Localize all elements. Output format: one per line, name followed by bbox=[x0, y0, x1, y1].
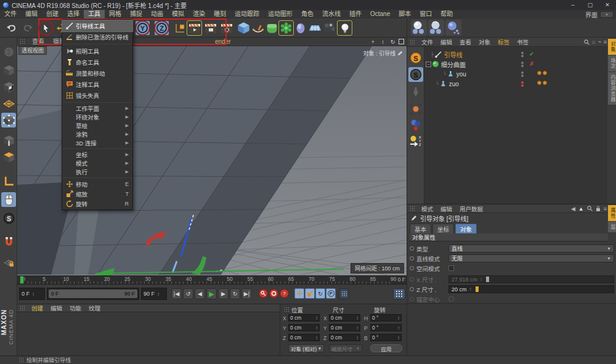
viewport-menu-view[interactable]: 查看 bbox=[28, 38, 49, 46]
timeline-playhead[interactable] bbox=[20, 276, 24, 284]
menu-item-modes[interactable]: 模式▶ bbox=[62, 159, 132, 168]
points-mode-button[interactable] bbox=[1, 113, 16, 127]
keyframe-selection-button[interactable]: ? bbox=[280, 289, 289, 298]
make-editable-button[interactable] bbox=[1, 44, 16, 59]
line-mode-dropdown[interactable]: 无限▼ bbox=[448, 254, 614, 262]
spline-pen-button[interactable] bbox=[250, 20, 265, 36]
apply-button[interactable]: 应用 bbox=[370, 344, 402, 352]
simulation-spheres-icon[interactable] bbox=[411, 20, 427, 36]
record-keyframe-button[interactable] bbox=[259, 289, 268, 298]
view-name-label[interactable]: 透视视图 bbox=[18, 46, 47, 55]
snap-bone-icon[interactable] bbox=[408, 85, 423, 100]
menubar-item[interactable]: 捕捉 bbox=[126, 10, 147, 18]
subdivision-surface-button[interactable] bbox=[264, 20, 280, 36]
menubar-item[interactable]: 渲染 bbox=[188, 10, 209, 18]
key-scale-toggle[interactable] bbox=[305, 288, 315, 299]
lock-icon[interactable] bbox=[596, 206, 601, 212]
panel-menu-icon[interactable] bbox=[410, 39, 415, 45]
menu-item-rotate[interactable]: 旋转R bbox=[62, 199, 132, 209]
om-menu-bookmarks[interactable]: 书签 bbox=[513, 38, 532, 46]
menubar-item[interactable]: 模拟 bbox=[168, 10, 188, 18]
go-to-end-button[interactable]: ▶| bbox=[241, 288, 252, 299]
menubar-item[interactable]: 雕刻 bbox=[209, 10, 230, 18]
tree-row-guide[interactable]: ├ 引导线 bbox=[431, 49, 463, 59]
tree-row-zuo[interactable]: └ zuo bbox=[436, 79, 459, 89]
menu-item-3d-connexion[interactable]: 3D 连接▶ bbox=[62, 139, 132, 147]
coordinate-system-button[interactable] bbox=[172, 20, 187, 36]
menu-item-naming[interactable]: 命名工具 bbox=[62, 57, 132, 68]
menu-item-delete-guides[interactable]: 删除已激活的引导线 bbox=[62, 31, 132, 42]
key-parameter-toggle[interactable]: P bbox=[326, 288, 336, 299]
end-frame-spinner[interactable]: 90 F↕ bbox=[141, 288, 167, 300]
keying-settings-button[interactable] bbox=[393, 288, 405, 299]
menubar-item[interactable]: 运动图形 bbox=[264, 10, 297, 18]
rot-h-field[interactable]: 0 °↕ bbox=[370, 314, 402, 322]
type-dropdown[interactable]: 直线▼ bbox=[448, 245, 614, 253]
tag-icons[interactable] bbox=[537, 71, 548, 75]
size-z-field[interactable]: 0 cm↕ bbox=[329, 334, 360, 341]
menubar-item[interactable]: 角色 bbox=[297, 10, 318, 18]
axis-z-lock-button[interactable]: Z bbox=[155, 21, 169, 35]
autokey-button[interactable] bbox=[269, 289, 278, 298]
search-icon[interactable] bbox=[587, 206, 593, 211]
key-rotation-toggle[interactable]: ↻ bbox=[315, 288, 325, 299]
material-menu-texture[interactable]: 纹理 bbox=[85, 304, 104, 312]
om-menu-tags[interactable]: 标签 bbox=[494, 38, 513, 46]
menubar-item[interactable]: 窗口 bbox=[415, 10, 436, 18]
visibility-dots[interactable] bbox=[521, 61, 524, 68]
light-button[interactable] bbox=[337, 20, 352, 36]
om-menu-file[interactable]: 文件 bbox=[418, 38, 437, 46]
material-menu-function[interactable]: 功能 bbox=[66, 304, 85, 312]
snap-axis-xyz-icon[interactable]: XYZ bbox=[408, 134, 423, 148]
render-settings-button[interactable] bbox=[219, 20, 234, 36]
om-menu-edit[interactable]: 编辑 bbox=[437, 38, 456, 46]
menu-item-coordinates[interactable]: 坐标▶ bbox=[62, 150, 132, 159]
redo-button[interactable] bbox=[20, 20, 35, 36]
workplane-mode-button[interactable] bbox=[1, 96, 16, 111]
om-menu-view[interactable]: 查看 bbox=[456, 38, 475, 46]
loop-button[interactable]: ↻ bbox=[230, 288, 240, 299]
panel-menu-icon[interactable] bbox=[284, 307, 290, 312]
view-rotate-icon[interactable]: ↻ bbox=[389, 38, 397, 46]
view-toggle-icon[interactable] bbox=[399, 39, 404, 44]
frame-range-slider[interactable]: 0 F90 F bbox=[47, 288, 139, 300]
menubar-item[interactable]: 创建 bbox=[42, 10, 63, 18]
panel-menu-icon[interactable] bbox=[20, 39, 25, 44]
undo-button[interactable] bbox=[4, 20, 19, 36]
anchor-checkbox[interactable] bbox=[448, 296, 454, 302]
animatable-dot-icon[interactable] bbox=[410, 256, 414, 261]
space-mode-checkbox[interactable] bbox=[448, 265, 454, 271]
menubar-item[interactable]: 网格 bbox=[105, 10, 126, 18]
snap-workplane-icon[interactable] bbox=[408, 102, 423, 116]
menu-item-annotate[interactable]: 注释工具 bbox=[62, 79, 132, 90]
rot-b-field[interactable]: 0 °↕ bbox=[370, 334, 402, 341]
side-tab-objects[interactable]: 对象 bbox=[608, 39, 616, 55]
model-mode-button[interactable] bbox=[1, 63, 16, 78]
menu-item-lighting[interactable]: 照明工具 bbox=[62, 46, 132, 57]
go-to-start-button[interactable]: |◀ bbox=[171, 288, 182, 299]
home-icon[interactable]: ⌂ bbox=[592, 39, 595, 45]
current-frame-spinner[interactable]: 0 F↕ bbox=[19, 288, 45, 300]
minimize-button[interactable]: – bbox=[564, 0, 582, 10]
menu-item-sketch[interactable]: 草绘▶ bbox=[62, 121, 132, 130]
pos-x-field[interactable]: 0 cm↕ bbox=[288, 314, 320, 322]
snap-enable-icon[interactable]: S bbox=[408, 51, 423, 65]
material-menu-create[interactable]: 创建 bbox=[28, 304, 47, 312]
animatable-dot-icon[interactable] bbox=[410, 287, 414, 291]
side-tab-content-browser[interactable]: 内容浏览器 bbox=[608, 72, 616, 105]
enable-axis-button[interactable] bbox=[1, 174, 16, 188]
camera-button[interactable] bbox=[322, 20, 337, 36]
menubar-item[interactable]: 工具 bbox=[84, 10, 105, 18]
settings-icon[interactable]: ≡ bbox=[604, 206, 607, 212]
om-menu-object[interactable]: 对象 bbox=[475, 38, 494, 46]
live-selection-button[interactable] bbox=[38, 20, 54, 36]
menu-item-move[interactable]: 移动E bbox=[62, 179, 132, 189]
menubar-item[interactable]: 脚本 bbox=[394, 10, 415, 18]
null-object-button[interactable] bbox=[293, 20, 308, 36]
visibility-dots[interactable] bbox=[521, 71, 524, 78]
menu-item-doodle[interactable]: 涂鸦▶ bbox=[62, 130, 132, 139]
menu-item-lens-distortion[interactable]: 镜头失真 bbox=[62, 90, 132, 101]
menubar-item[interactable]: 流水线 bbox=[318, 10, 345, 18]
size-x-field[interactable]: 0 cm↕ bbox=[329, 314, 360, 322]
play-button[interactable]: ▶ bbox=[206, 288, 217, 299]
